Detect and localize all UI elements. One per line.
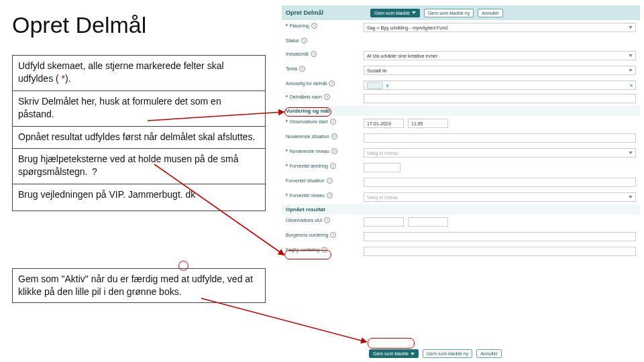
tag-chip[interactable] — [367, 82, 383, 89]
label-delmaal-navn: Delmålets navn — [290, 95, 322, 99]
help-icon[interactable]: ? — [330, 163, 336, 169]
remove-icon[interactable]: × — [630, 83, 633, 88]
help-icon: ? — [90, 166, 99, 178]
placering-select[interactable]: Sag < Byg udvikling - myndighed Fund — [364, 23, 636, 32]
chevron-down-icon[interactable] — [411, 353, 415, 355]
obs-start-date[interactable]: 17-01-2019 — [364, 119, 404, 128]
help-icon[interactable]: ? — [330, 232, 336, 238]
label-obs-slut: Observations slut — [286, 218, 322, 223]
form-screenshot: Opret Delmål Gem som kladde Gem som klad… — [282, 5, 640, 357]
help-icon[interactable]: ? — [331, 133, 337, 139]
ansvarlig-input[interactable]: x× — [364, 80, 636, 90]
label-forventet-sit: Forventet situation — [286, 178, 325, 183]
bottom-button-bar: Gem som kladde Gem som kladde ny Annullé… — [282, 349, 640, 358]
help-icon[interactable]: ? — [324, 94, 330, 100]
save-draft-new-button[interactable]: Gem som kladde ny — [424, 9, 474, 17]
cancel-button-bottom[interactable]: Annullér — [476, 349, 502, 358]
obs-start-time[interactable]: 11:05 — [408, 119, 448, 128]
help-icon[interactable]: ? — [331, 148, 337, 154]
form-header: Opret Delmål Gem som kladde Gem som klad… — [282, 5, 640, 20]
help-icon[interactable]: ? — [330, 119, 336, 125]
label-borger-vurd: Borgerens vurdering — [286, 233, 328, 237]
help-icon[interactable]: ? — [329, 80, 335, 86]
obs-slut-time[interactable] — [408, 217, 448, 227]
instruction-p6: Gem som "Aktiv" når du er færdig med at … — [18, 273, 260, 298]
chevron-down-icon[interactable] — [412, 11, 416, 14]
help-icon[interactable]: ? — [301, 38, 307, 44]
help-icon[interactable]: ? — [311, 23, 317, 29]
section-vurdering: Vurdering og mål — [282, 106, 640, 116]
nuv-situation-input[interactable] — [364, 133, 636, 143]
label-ansvarlig: Ansvarlig for delmål — [286, 81, 327, 86]
faglig-vurd-input[interactable] — [364, 247, 636, 256]
cancel-button[interactable]: Annullér — [478, 9, 503, 17]
close-icon[interactable]: x — [386, 83, 388, 88]
instruction-box-main: Udfyld skemaet, alle stjerne markerede f… — [12, 55, 266, 211]
instruction-p1: Udfyld skemaet, alle stjerne markerede f… — [18, 60, 260, 85]
help-icon[interactable]: ? — [311, 51, 317, 57]
forventet-input[interactable] — [364, 163, 400, 172]
label-forventet-niv: Forventet niveau — [290, 193, 325, 198]
callout-opnaaet-resultat — [284, 250, 331, 259]
callout-delmaal-navn — [284, 107, 331, 117]
instruction-p4: Brug hjælpeteksterne ved at holde musen … — [18, 153, 260, 178]
label-forventet: Forventet ændring — [290, 164, 328, 168]
nuv-niveau-select[interactable]: Vælg et niveau — [364, 148, 636, 158]
obs-slut-date[interactable] — [364, 217, 404, 227]
label-tema: Tema — [286, 66, 297, 71]
delmaal-navn-input[interactable] — [364, 94, 636, 103]
instruction-box-save: Gem som "Aktiv" når du er færdig med at … — [12, 268, 266, 303]
label-obs-start: Observations start — [290, 119, 328, 124]
forventet-sit-input[interactable] — [364, 178, 636, 187]
label-indsatsmaal: Indsatsmål — [286, 52, 309, 56]
forventet-niv-select[interactable]: Vælg et niveau — [364, 192, 636, 202]
form-title: Opret Delmål — [286, 9, 366, 16]
callout-gem-button — [368, 338, 415, 349]
borger-vurd-input[interactable] — [364, 232, 636, 241]
indsatsmaal-select[interactable]: At Ida udvikler sine kreative evner — [364, 51, 636, 60]
tema-select[interactable]: Socialt liv — [364, 66, 636, 75]
help-icon[interactable]: ? — [327, 192, 333, 198]
help-icon[interactable]: ? — [324, 217, 330, 223]
label-nuv-niveau: Nuværende niveau — [290, 149, 329, 154]
save-draft-new-button-bottom[interactable]: Gem som kladde ny — [423, 349, 472, 358]
instruction-p2: Skriv Delmålet her, husk at formulere de… — [18, 95, 260, 121]
section-opnaaet: Opnået resultat — [282, 204, 640, 215]
label-status: Status — [286, 38, 299, 43]
instruction-p3: Opnået resultat udfyldes først når delmå… — [18, 131, 260, 143]
instruction-p5: Brug vejledningen på VIP. Jammerbugt. dk — [18, 188, 260, 201]
label-nuv-situation: Nuværende situation — [286, 134, 329, 139]
save-draft-button-bottom[interactable]: Gem som kladde — [369, 349, 419, 358]
save-draft-button[interactable]: Gem som kladde — [370, 9, 420, 17]
slide-title: Opret Delmål — [12, 12, 146, 38]
help-icon[interactable]: ? — [327, 178, 333, 184]
help-icon[interactable]: ? — [299, 66, 305, 72]
label-placering: Placering — [290, 23, 309, 28]
